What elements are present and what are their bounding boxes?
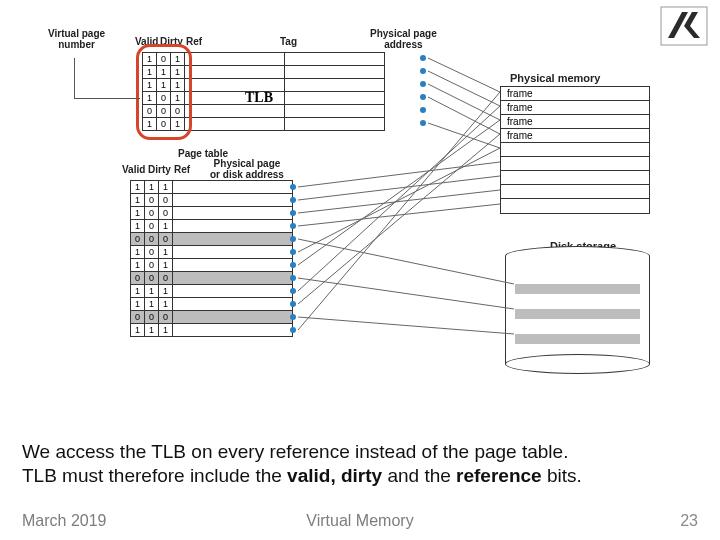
pt-pointer-dot xyxy=(290,301,296,307)
tlb-caption: TLB xyxy=(245,90,273,106)
svg-line-14 xyxy=(298,106,500,291)
pt-pointer-dot xyxy=(290,223,296,229)
svg-line-5 xyxy=(428,123,500,148)
valid-label-2: Valid xyxy=(122,164,145,175)
physmem-frame xyxy=(501,199,649,213)
tlb-pointer-dot xyxy=(420,120,426,126)
physmem-frame xyxy=(501,171,649,185)
footer-page: 23 xyxy=(680,512,698,530)
page-table-row: 000 xyxy=(131,311,293,324)
ppa-disk-label: Physical page or disk address xyxy=(210,158,284,180)
svg-line-8 xyxy=(298,190,500,213)
page-table-row: 101 xyxy=(131,246,293,259)
svg-line-3 xyxy=(428,84,500,120)
page-table-row: 100 xyxy=(131,207,293,220)
page-table-row: 000 xyxy=(131,272,293,285)
svg-line-15 xyxy=(298,134,500,304)
svg-line-12 xyxy=(298,120,500,265)
physmem-frame: frame xyxy=(501,115,649,129)
physmem-label: Physical memory xyxy=(510,72,601,84)
page-table-row: 100 xyxy=(131,194,293,207)
caption-line2c: and the xyxy=(382,465,456,486)
pt-pointer-dot xyxy=(290,210,296,216)
dirty-label-2: Dirty xyxy=(148,164,171,175)
tlb-pointer-dot xyxy=(420,55,426,61)
svg-line-7 xyxy=(298,176,500,200)
caption-line2e: bits. xyxy=(542,465,582,486)
svg-line-11 xyxy=(298,148,500,252)
page-table-row: 101 xyxy=(131,220,293,233)
pt-pointer-dot xyxy=(290,275,296,281)
physmem-frame: frame xyxy=(501,87,649,101)
slide-caption: We access the TLB on every reference ins… xyxy=(22,440,702,488)
vm-diagram: Virtual page number Valid Dirty Ref Tag … xyxy=(60,30,670,430)
svg-line-2 xyxy=(428,71,500,106)
page-table-row: 111 xyxy=(131,324,293,337)
svg-line-10 xyxy=(298,239,514,284)
disk-storage xyxy=(505,254,650,374)
caption-line2a: TLB must therefore include the xyxy=(22,465,287,486)
svg-line-13 xyxy=(298,278,514,309)
ppa-label: Physical page address xyxy=(370,28,437,50)
vpn-label: Virtual page number xyxy=(48,28,105,50)
page-table-row: 101 xyxy=(131,259,293,272)
pt-pointer-dot xyxy=(290,262,296,268)
page-table-row: 111 xyxy=(131,298,293,311)
page-table-row: 000 xyxy=(131,233,293,246)
physmem-frame xyxy=(501,157,649,171)
tlb-pointer-dot xyxy=(420,68,426,74)
caption-bold1: valid, dirty xyxy=(287,465,382,486)
tlb-pointer-dot xyxy=(420,107,426,113)
svg-line-9 xyxy=(298,204,500,226)
footer-title: Virtual Memory xyxy=(0,512,720,530)
ref-label: Ref xyxy=(186,36,202,47)
pt-pointer-dot xyxy=(290,236,296,242)
tlb-pointer-dot xyxy=(420,94,426,100)
tlb-pointer-dot xyxy=(420,81,426,87)
tlb-highlight xyxy=(136,44,192,140)
physmem-frame xyxy=(501,185,649,199)
ref-label-2: Ref xyxy=(174,164,190,175)
pt-pointer-dot xyxy=(290,184,296,190)
pt-pointer-dot xyxy=(290,288,296,294)
physmem-frame: frame xyxy=(501,129,649,143)
caption-line1: We access the TLB on every reference ins… xyxy=(22,441,568,462)
pt-pointer-dot xyxy=(290,197,296,203)
page-table-row: 111 xyxy=(131,181,293,194)
pt-pointer-dot xyxy=(290,249,296,255)
svg-line-6 xyxy=(298,162,500,187)
svg-line-1 xyxy=(428,58,500,92)
physmem-frame xyxy=(501,143,649,157)
svg-line-4 xyxy=(428,97,500,134)
pt-pointer-dot xyxy=(290,314,296,320)
pt-pointer-dot xyxy=(290,327,296,333)
physical-memory: frameframeframeframe xyxy=(500,86,650,214)
caption-bold2: reference xyxy=(456,465,542,486)
physmem-frame: frame xyxy=(501,101,649,115)
page-table: 111100100101000101101000111111000111 xyxy=(130,180,293,337)
svg-line-16 xyxy=(298,317,514,334)
tag-label: Tag xyxy=(280,36,297,47)
page-table-row: 111 xyxy=(131,285,293,298)
